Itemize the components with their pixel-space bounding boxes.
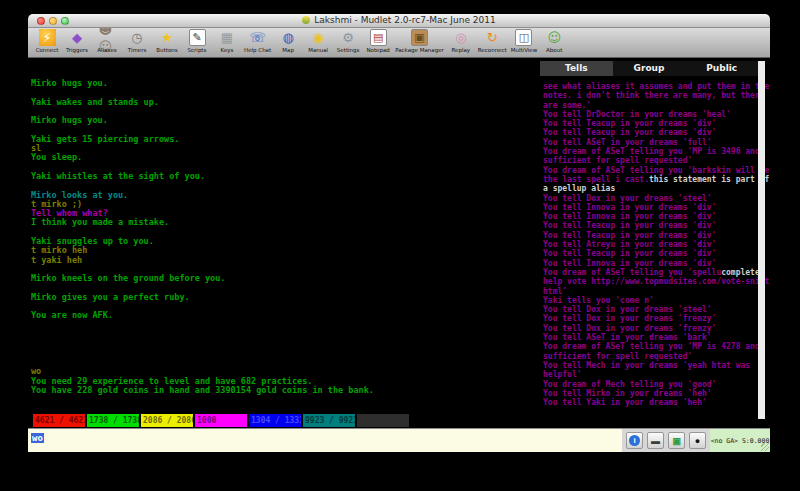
toolbar-item-label: Triggers: [66, 47, 88, 53]
console-line: Mirko looks at you.: [31, 191, 374, 200]
zoom-button[interactable]: [61, 17, 69, 25]
gauge-3: 2086 / 2086: [141, 414, 193, 427]
tells-tabbar: TellsGroupPublic: [540, 61, 758, 76]
main-console: Mirko hugs you. Yaki wakes and stands up…: [28, 58, 770, 428]
notepad-icon: ▣: [672, 436, 681, 446]
gauge-4: 1000: [195, 414, 247, 427]
minimize-button[interactable]: [49, 17, 57, 25]
toolbar-item-scripts[interactable]: ✎Scripts: [182, 28, 212, 53]
tells-panel: TellsGroupPublic see what aliases it ass…: [540, 61, 770, 428]
console-line: [31, 321, 374, 330]
tab-public[interactable]: Public: [685, 61, 758, 76]
console-line: Mirko kneels on the ground before you.: [31, 274, 374, 283]
tells-output: see what aliases it assumes and put them…: [543, 82, 770, 407]
gauges: 4621 / 46211738 / 17382086 / 20861000130…: [33, 414, 409, 427]
console-line: You have 228 gold coins in hand and 3390…: [31, 386, 374, 395]
toolbar-item-reconnect[interactable]: ↻Reconnect: [476, 28, 509, 53]
console-line: t mirko heh: [31, 246, 374, 255]
tells-scrollbar[interactable]: [758, 61, 765, 419]
console-line: You are now AFK.: [31, 311, 374, 320]
console-line: Yaki gets 15 piercing arrows.: [31, 135, 374, 144]
manual-icon: ◉: [310, 29, 327, 46]
gauge-7: [357, 414, 409, 427]
toolbar-item-notepad[interactable]: ▤Notepad: [363, 28, 393, 53]
console-line: t yaki heh: [31, 256, 374, 265]
toolbar-item-label: Replay: [451, 47, 470, 53]
toolbar-item-label: Help Chat: [244, 47, 271, 53]
tells-line: You tell Mirko in your dreams 'heh': [543, 389, 770, 398]
mudlet-app-icon: [302, 16, 310, 24]
toolbar-item-label: Manual: [308, 47, 328, 53]
aliases-icon: ☻☺: [99, 29, 116, 46]
latency-display: <no GA> S:0.000: [710, 429, 770, 452]
toolbar-item-triggers[interactable]: ◆Triggers: [62, 28, 92, 53]
window-title-text: Lakshmi - Mudlet 2.0-rc7-Mac June 2011: [314, 15, 495, 25]
tells-line: You tell Yaki in your dreams 'heh': [543, 398, 770, 407]
scripts-icon: ✎: [189, 29, 206, 46]
tells-line: You tell Dox in your dreams 'steel': [543, 194, 770, 203]
tab-tells[interactable]: Tells: [540, 61, 613, 76]
toolbar-item-label: Settings: [337, 47, 360, 53]
tells-line: a spellup alias: [543, 184, 770, 193]
tells-line: You tell DrDoctor in your dreams 'heal': [543, 110, 770, 119]
toolbar-item-connect[interactable]: ⚡Connect: [32, 28, 62, 53]
console-line: [31, 330, 374, 339]
keyboard-button[interactable]: ▬: [647, 432, 664, 449]
tab-group[interactable]: Group: [613, 61, 686, 76]
toolbar-item-manual[interactable]: ◉Manual: [303, 28, 333, 53]
command-input[interactable]: wo i▬▣●<no GA> S:0.000: [28, 428, 770, 452]
console-line: [31, 349, 374, 358]
about-icon: ☺: [546, 29, 563, 46]
tells-line: help vote http://www.topmudsites.com/vot…: [543, 277, 770, 286]
map-icon: ◍: [280, 29, 297, 46]
toolbar-item-multiview[interactable]: ◫MultiView: [509, 28, 540, 53]
tells-line: notes. i don't think there are many, but…: [543, 91, 770, 100]
toolbar-item-replay[interactable]: ◎Replay: [446, 28, 476, 53]
console-line: Mirko hugs you.: [31, 79, 374, 88]
close-button[interactable]: [37, 17, 45, 25]
console-line: sl: [31, 144, 374, 153]
info-button[interactable]: i: [626, 432, 643, 449]
help-chat-icon: ☏: [249, 29, 266, 46]
toolbar-item-label: Aliases: [97, 47, 116, 53]
toolbar-item-aliases[interactable]: ☻☺Aliases: [92, 28, 122, 53]
resize-grip[interactable]: [761, 443, 769, 451]
timers-icon: ◷: [129, 29, 146, 46]
tells-line: sufficient for spell requested': [543, 352, 770, 361]
toolbar-item-keys[interactable]: ▦Keys: [212, 28, 242, 53]
tells-line: You tell Atreyu in your dreams 'div': [543, 240, 770, 249]
titlebar: Lakshmi - Mudlet 2.0-rc7-Mac June 2011: [28, 14, 770, 28]
tells-line: You tell Teacup in your dreams 'div': [543, 249, 770, 258]
toolbar-item-package-manager[interactable]: ▣Package Manager: [393, 28, 446, 53]
console-output: Mirko hugs you. Yaki wakes and stands up…: [31, 79, 374, 395]
toolbar-item-label: Scripts: [188, 47, 207, 53]
tells-line: You tell ASeT in your dreams 'bark': [543, 333, 770, 342]
toolbar-item-about[interactable]: ☺About: [539, 28, 569, 53]
toolbar-item-label: Map: [282, 47, 294, 53]
console-line: I think you made a mistake.: [31, 218, 374, 227]
toolbar-item-label: Keys: [221, 47, 234, 53]
gauge-2: 1738 / 1738: [87, 414, 139, 427]
console-line: You sleep.: [31, 153, 374, 162]
tells-line: You dream of ASeT telling you 'spellucom…: [543, 268, 770, 277]
tells-line: are some.': [543, 101, 770, 110]
toolbar-item-settings[interactable]: ⚙Settings: [333, 28, 363, 53]
console-line: Yaki whistles at the sight of you.: [31, 172, 374, 181]
window-title: Lakshmi - Mudlet 2.0-rc7-Mac June 2011: [28, 14, 770, 27]
toolbar-item-label: Connect: [36, 47, 59, 53]
tells-line: You tell ASeT in your dreams 'full': [543, 138, 770, 147]
console-line: Yaki wakes and stands up.: [31, 98, 374, 107]
tells-line: Yaki tells you 'come n': [543, 296, 770, 305]
replay-icon: ◎: [452, 29, 469, 46]
toolbar-item-map[interactable]: ◍Map: [273, 28, 303, 53]
toolbar-item-timers[interactable]: ◷Timers: [122, 28, 152, 53]
settings-icon: ⚙: [340, 29, 357, 46]
tells-line: see what aliases it assumes and put them…: [543, 82, 770, 91]
tells-line: You tell Teacup in your dreams 'div': [543, 221, 770, 230]
notepad-button[interactable]: ▣: [668, 432, 685, 449]
console-line: [31, 339, 374, 348]
window-controls: [37, 17, 69, 25]
toolbar-item-help-chat[interactable]: ☏Help Chat: [242, 28, 273, 53]
toolbar-item-buttons[interactable]: ★Buttons: [152, 28, 182, 53]
emergency-stop-button[interactable]: ●: [689, 432, 706, 449]
